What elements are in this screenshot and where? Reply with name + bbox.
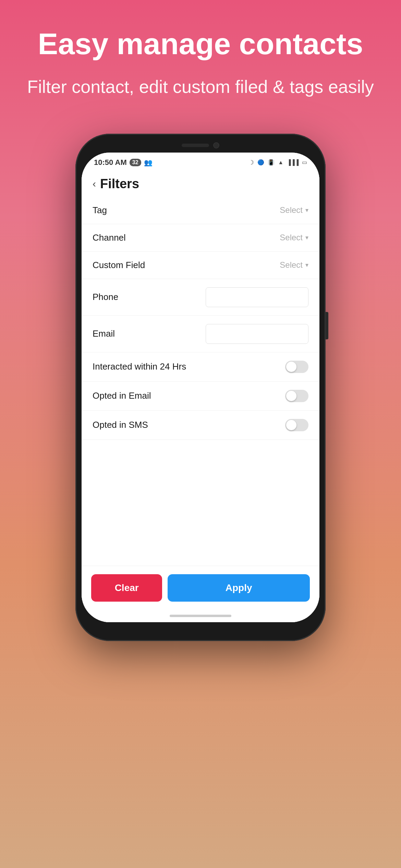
custom-field-label: Custom Field <box>93 260 145 270</box>
filter-row-phone: Phone <box>82 279 319 316</box>
status-contacts-icon: 👥 <box>144 158 153 167</box>
toggle-thumb <box>286 391 296 401</box>
email-label: Email <box>93 328 115 339</box>
back-button[interactable]: ‹ <box>93 179 96 189</box>
hero-title: Easy manage contacts <box>21 27 380 61</box>
phone-camera-area <box>170 141 231 150</box>
battery-icon: ▭ <box>302 159 307 166</box>
filter-row-custom-field: Custom Field Select ▾ <box>82 252 319 279</box>
toggle-thumb <box>286 362 296 372</box>
screen-content: ‹ Filters Tag Select ▾ Chan <box>82 170 319 622</box>
interacted-toggle[interactable] <box>285 361 308 373</box>
phone-side-button <box>326 312 328 339</box>
toggle-thumb <box>286 420 296 430</box>
status-bar: 10:50 AM 32 👥 ☽ 🔵 📳 ▲ ▐▐▐ ▭ <box>82 153 319 170</box>
filter-row-interacted: Interacted within 24 Hrs <box>82 352 319 382</box>
opted-sms-toggle[interactable] <box>285 419 308 431</box>
spacer <box>82 440 319 508</box>
filter-row-email: Email <box>82 316 319 352</box>
phone-input[interactable] <box>206 287 308 307</box>
opted-email-toggle[interactable] <box>285 390 308 402</box>
apply-button[interactable]: Apply <box>168 574 310 602</box>
chevron-down-icon: ▾ <box>305 206 308 214</box>
custom-field-select-text: Select <box>280 260 303 270</box>
phone-camera <box>213 142 219 148</box>
tag-label: Tag <box>93 205 107 216</box>
wifi-icon: ▲ <box>278 159 283 166</box>
signal-icon: ▐▐▐ <box>287 159 299 166</box>
phone-screen: 10:50 AM 32 👥 ☽ 🔵 📳 ▲ ▐▐▐ ▭ ‹ <box>82 153 319 622</box>
phone-speaker <box>182 144 209 147</box>
filter-section: Tag Select ▾ Channel Select ▾ <box>82 197 319 566</box>
custom-field-select[interactable]: Select ▾ <box>280 260 308 270</box>
email-input[interactable] <box>206 324 308 344</box>
vibrate-icon: 📳 <box>268 159 275 166</box>
status-time: 10:50 AM 32 👥 <box>94 158 153 167</box>
opted-email-label: Opted in Email <box>93 390 151 401</box>
hero-subtitle: Filter contact, edit custom filed & tags… <box>21 74 380 99</box>
clear-button[interactable]: Clear <box>91 574 162 602</box>
tag-select[interactable]: Select ▾ <box>280 205 308 215</box>
channel-select-text: Select <box>280 233 303 242</box>
filter-row-tag: Tag Select ▾ <box>82 197 319 224</box>
channel-label: Channel <box>93 232 126 243</box>
hero-section: Easy manage contacts Filter contact, edi… <box>0 0 401 113</box>
channel-select[interactable]: Select ▾ <box>280 233 308 242</box>
moon-icon: ☽ <box>248 159 254 166</box>
interacted-label: Interacted within 24 Hrs <box>93 361 186 372</box>
bluetooth-icon: 🔵 <box>257 159 264 166</box>
filter-row-opted-sms: Opted in SMS <box>82 411 319 440</box>
bottom-actions: Clear Apply <box>82 566 319 610</box>
home-bar <box>170 615 231 617</box>
phone-device: 10:50 AM 32 👥 ☽ 🔵 📳 ▲ ▐▐▐ ▭ ‹ <box>75 134 326 641</box>
tag-select-text: Select <box>280 205 303 215</box>
status-icons: ☽ 🔵 📳 ▲ ▐▐▐ ▭ <box>248 159 307 166</box>
chevron-down-icon: ▾ <box>305 234 308 241</box>
home-indicator <box>82 610 319 622</box>
screen-title: Filters <box>100 177 139 191</box>
opted-sms-label: Opted in SMS <box>93 420 148 430</box>
screen-header: ‹ Filters <box>82 170 319 197</box>
filter-row-channel: Channel Select ▾ <box>82 224 319 252</box>
phone-label: Phone <box>93 292 118 302</box>
chevron-down-icon: ▾ <box>305 261 308 269</box>
filter-row-opted-email: Opted in Email <box>82 382 319 411</box>
phone-frame: 10:50 AM 32 👥 ☽ 🔵 📳 ▲ ▐▐▐ ▭ ‹ <box>75 134 326 641</box>
status-notification-badge: 32 <box>130 159 141 166</box>
